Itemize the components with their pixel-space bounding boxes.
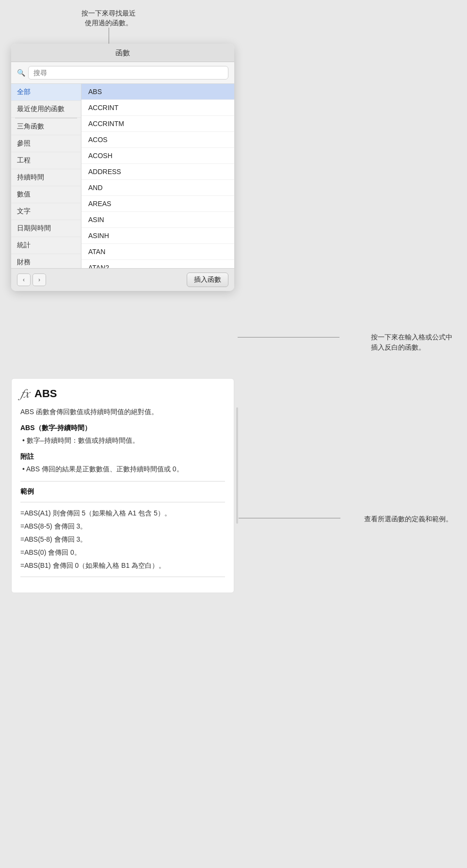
function-item-address[interactable]: ADDRESS	[81, 164, 234, 180]
category-item-ref[interactable]: 參照	[11, 135, 81, 152]
fx-title: 𝑓𝑥 ABS	[20, 386, 225, 401]
category-item-finance[interactable]: 財務	[11, 254, 81, 268]
detail-examples-divider	[20, 502, 225, 502]
function-display-name: ABS	[34, 387, 57, 400]
detail-section: 𝑓𝑥 ABS ABS 函數會傳回數值或持續時間值的絕對值。 ABS（數字-持續時…	[11, 378, 234, 593]
page-wrapper: 按一下來尋找最近使用過的函數。 函數 🔍 全部 最近使用的函數 三角函數 參照 …	[0, 0, 467, 868]
detail-example-0: =ABS(A1) 則會傳回 5（如果輸入格 A1 包含 5）。	[20, 508, 225, 518]
category-item-text[interactable]: 文字	[11, 203, 81, 220]
insert-button[interactable]: 插入函數	[187, 273, 228, 287]
tooltip-insert: 按一下來在輸入格或公式中插入反白的函數。	[371, 332, 452, 353]
tooltip-detail-line	[239, 518, 340, 518]
detail-example-1: =ABS(8-5) 會傳回 3。	[20, 521, 225, 531]
detail-param: 數字–持續時間：數值或持續時間值。	[20, 435, 225, 446]
detail-example-3: =ABS(0) 會傳回 0。	[20, 547, 225, 558]
category-item-eng[interactable]: 工程	[11, 152, 81, 169]
scrollbar-indicator[interactable]	[236, 407, 238, 524]
function-item-and[interactable]: AND	[81, 180, 234, 196]
detail-example-2: =ABS(5-8) 會傳回 3。	[20, 534, 225, 545]
search-input[interactable]	[28, 66, 228, 80]
detail-syntax: ABS（數字-持續時間）	[20, 424, 225, 433]
function-item-areas[interactable]: AREAS	[81, 196, 234, 212]
detail-example-4: =ABS(B1) 會傳回 0（如果輸入格 B1 為空白）。	[20, 561, 225, 571]
function-item-asinh[interactable]: ASINH	[81, 228, 234, 244]
category-item-recent[interactable]: 最近使用的函數	[11, 101, 81, 118]
detail-note-title: 附註	[20, 452, 225, 461]
list-container: 全部 最近使用的函數 三角函數 參照 工程 持續時間 數值 文字 日期與時間 統…	[11, 84, 234, 268]
fx-icon: 𝑓𝑥	[20, 386, 30, 401]
tooltip-top-text: 按一下來尋找最近使用過的函數。	[81, 9, 136, 27]
detail-description: ABS 函數會傳回數值或持續時間值的絕對值。	[20, 407, 225, 417]
next-button[interactable]: ›	[32, 273, 46, 286]
function-item-acos[interactable]: ACOS	[81, 132, 234, 148]
category-item-trig[interactable]: 三角函數	[11, 118, 81, 135]
search-icon: 🔍	[17, 69, 25, 77]
function-list: ABS ACCRINT ACCRINTM ACOS ACOSH ADDRESS …	[81, 84, 234, 268]
panel-header: 函數	[11, 44, 234, 62]
category-item-num[interactable]: 數值	[11, 186, 81, 203]
panel-title: 函數	[115, 48, 130, 57]
detail-examples-title: 範例	[20, 487, 225, 496]
function-item-accrint[interactable]: ACCRINT	[81, 100, 234, 116]
category-item-stat[interactable]: 統計	[11, 237, 81, 254]
category-item-datetime[interactable]: 日期與時間	[11, 220, 81, 237]
tooltip-insert-line	[238, 337, 339, 338]
function-panel: 函數 🔍 全部 最近使用的函數 三角函數 參照 工程 持續時間 數值 文字 日期…	[11, 44, 234, 291]
function-item-atan2[interactable]: ATAN2	[81, 260, 234, 268]
detail-note: ABS 傳回的結果是正數數值、正數持續時間值或 0。	[20, 464, 225, 474]
function-item-asin[interactable]: ASIN	[81, 212, 234, 228]
bottom-bar: ‹ › 插入函數	[11, 268, 234, 291]
category-list: 全部 最近使用的函數 三角函數 參照 工程 持續時間 數值 文字 日期與時間 統…	[11, 84, 81, 268]
function-item-accrintm[interactable]: ACCRINTM	[81, 116, 234, 132]
nav-buttons: ‹ ›	[17, 273, 46, 286]
function-item-abs[interactable]: ABS	[81, 84, 234, 100]
function-item-acosh[interactable]: ACOSH	[81, 148, 234, 164]
category-item-all[interactable]: 全部	[11, 84, 81, 101]
tooltip-detail: 查看所選函數的定義和範例。	[364, 514, 452, 524]
category-item-dur[interactable]: 持續時間	[11, 169, 81, 186]
detail-end-divider	[20, 577, 225, 577]
function-item-atan[interactable]: ATAN	[81, 244, 234, 260]
detail-divider	[20, 481, 225, 482]
prev-button[interactable]: ‹	[17, 273, 31, 286]
search-bar: 🔍	[11, 62, 234, 84]
